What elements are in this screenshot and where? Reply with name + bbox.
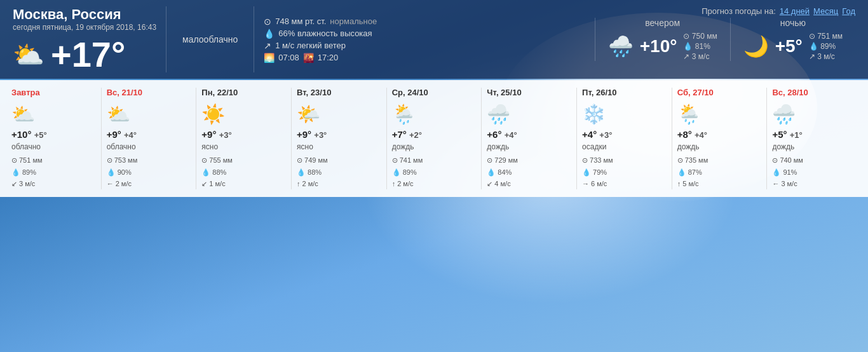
day-col-6[interactable]: Пт, 26/10 ❄️ +4° +3° осадки ⊙ 733 мм 💧 7… [577, 88, 672, 189]
day-weather-icon: 🌧️ [772, 103, 796, 125]
day-col-5[interactable]: Чт, 25/10 🌧️ +6° +4° дождь ⊙ 729 мм 💧 84… [482, 88, 577, 189]
day-temperatures: +9° +4° [107, 129, 137, 140]
day-col-7[interactable]: Сб, 27/10 🌦️ +8° +4° дождь ⊙ 735 мм 💧 87… [672, 88, 768, 189]
day-humidity: 💧 89% [11, 167, 36, 178]
day-humidity: 💧 88% [201, 167, 226, 178]
day-pressure: ⊙ 733 мм [582, 155, 613, 166]
day-label: Пн, 22/10 [201, 88, 238, 97]
day-pressure: ⊙ 755 мм [201, 155, 233, 166]
pressure-label: нормальное [330, 17, 377, 26]
day-condition: дождь [487, 142, 509, 151]
day-col-3[interactable]: Вт, 23/10 🌤️ +9° +3° ясно ⊙ 749 мм 💧 88%… [292, 88, 387, 189]
pressure-icon: ⊙ [772, 155, 778, 166]
day-col-2[interactable]: Пн, 22/10 ☀️ +9° +3° ясно ⊙ 755 мм 💧 88%… [196, 88, 292, 189]
divider-2 [254, 6, 254, 72]
day-weather-icon: ⛅ [107, 103, 130, 125]
day-label: Пт, 26/10 [582, 88, 617, 97]
day-pressure: ⊙ 751 мм [11, 155, 43, 166]
night-block: ночью 🌙 +5° ⊙ 751 мм 💧 89% ↗ 3 м/с [730, 18, 855, 61]
day-pressure: ⊙ 749 мм [297, 155, 328, 166]
day-label: Завтра [11, 88, 40, 97]
day-wind: → 6 м/с [582, 179, 607, 189]
day-label: Вс, 28/10 [772, 88, 808, 97]
condition-col: малооблачно [176, 6, 244, 72]
humidity-icon: 💧 [677, 167, 686, 178]
day-wind: ↑ 5 м/с [677, 179, 699, 189]
day-wind: ↙ 4 м/с [487, 179, 510, 189]
day-col-0[interactable]: Завтра ⛅ +10° +5° облачно ⊙ 751 мм 💧 89%… [6, 88, 102, 189]
pressure-icon: ⊙ [677, 155, 683, 166]
humidity-icon: 💧 [201, 167, 210, 178]
sunrise-value: 07:08 [278, 53, 299, 62]
day-label: Ср, 24/10 [392, 88, 428, 97]
pressure-icon: ⊙ [264, 17, 271, 27]
day-condition: облачно [11, 142, 41, 151]
divider-1 [166, 6, 166, 72]
day-pressure: ⊙ 729 мм [487, 155, 518, 166]
sunset-icon: 🌇 [303, 53, 314, 63]
humidity-icon: 💧 [297, 167, 306, 178]
humidity-icon: 💧 [582, 167, 591, 178]
day-temperatures: +6° +4° [487, 129, 517, 140]
humidity-icon: 💧 [107, 167, 116, 178]
evening-wind: ↗ 3 м/с [683, 52, 717, 61]
evening-pressure: ⊙ 750 мм [683, 32, 717, 41]
forecast-14days-link[interactable]: 14 дней [780, 6, 810, 16]
day-weather-icon: ❄️ [582, 103, 606, 125]
day-condition: дождь [677, 142, 700, 151]
night-pressure: ⊙ 751 мм [809, 32, 843, 41]
wind-dir-icon: ← [772, 179, 779, 189]
day-condition: дождь [772, 142, 794, 151]
pressure-icon: ⊙ [582, 155, 588, 166]
current-weather-panel: Прогноз погоды на: 14 дней Месяц Год Мос… [0, 0, 868, 79]
day-temperatures: +9° +3° [297, 129, 327, 140]
night-humidity: 💧 89% [809, 42, 843, 51]
day-temperatures: +5° +1° [772, 129, 802, 140]
day-temperatures: +9° +3° [201, 129, 231, 140]
humidity-icon: 💧 [487, 167, 496, 178]
day-col-4[interactable]: Ср, 24/10 🌦️ +7° +2° дождь ⊙ 741 мм 💧 89… [387, 88, 482, 189]
evening-label: вечером [645, 18, 680, 28]
wind-dir-icon: ↑ [297, 179, 301, 189]
day-col-8[interactable]: Вс, 28/10 🌧️ +5° +1° дождь ⊙ 740 мм 💧 91… [767, 88, 862, 189]
condition-text: малооблачно [182, 34, 238, 44]
day-pressure: ⊙ 741 мм [392, 155, 423, 166]
current-date: сегодня пятница, 19 октября 2018, 16:43 [13, 23, 156, 32]
pressure-row: ⊙ 748 мм рт. ст. нормальное [264, 17, 391, 27]
evening-temp: +10° [640, 36, 677, 57]
evening-humidity: 💧 81% [683, 42, 717, 51]
city-name: Москва, Россия [13, 6, 156, 23]
current-weather-row: ⛅ +17° [13, 37, 156, 72]
day-label: Чт, 25/10 [487, 88, 521, 97]
day-weather-icon: 🌤️ [297, 103, 320, 125]
forecast-panel: Завтра ⛅ +10° +5° облачно ⊙ 751 мм 💧 89%… [0, 80, 868, 197]
day-weather-icon: ☀️ [201, 103, 225, 125]
forecast-year-link[interactable]: Год [842, 6, 855, 16]
evening-details: ⊙ 750 мм 💧 81% ↗ 3 м/с [683, 32, 717, 61]
day-wind: ↑ 2 м/с [297, 179, 318, 189]
day-col-1[interactable]: Вс, 21/10 ⛅ +9° +4° облачно ⊙ 753 мм 💧 9… [102, 88, 197, 189]
pressure-icon: ⊙ [11, 155, 17, 166]
day-weather-icon: 🌧️ [487, 103, 510, 125]
day-wind: ← 3 м/с [772, 179, 797, 189]
forecast-month-link[interactable]: Месяц [813, 6, 838, 16]
day-weather-icon: 🌦️ [392, 103, 416, 125]
day-label: Вс, 21/10 [107, 88, 142, 97]
day-label: Вт, 23/10 [297, 88, 331, 97]
humidity-row: 💧 66% влажность высокая [264, 29, 391, 39]
day-temperatures: +7° +2° [392, 129, 422, 140]
night-wind: ↗ 3 м/с [809, 52, 843, 61]
day-temperatures: +10° +5° [11, 129, 47, 140]
current-details: ⊙ 748 мм рт. ст. нормальное 💧 66% влажно… [264, 6, 391, 72]
humidity-icon: 💧 [392, 167, 401, 178]
day-condition: ясно [201, 142, 218, 151]
day-humidity: 💧 88% [297, 167, 322, 178]
day-wind: ↙ 3 м/с [11, 179, 35, 189]
humidity-icon: 💧 [772, 167, 781, 178]
forecast-nav: Прогноз погоды на: 14 дней Месяц Год [702, 6, 855, 16]
wind-dir-icon: ↙ [11, 179, 17, 189]
day-humidity: 💧 87% [677, 167, 702, 178]
day-wind: ↙ 1 м/с [201, 179, 225, 189]
sunset-value: 17:20 [318, 53, 339, 62]
wind-icon: ↗ [264, 41, 271, 51]
